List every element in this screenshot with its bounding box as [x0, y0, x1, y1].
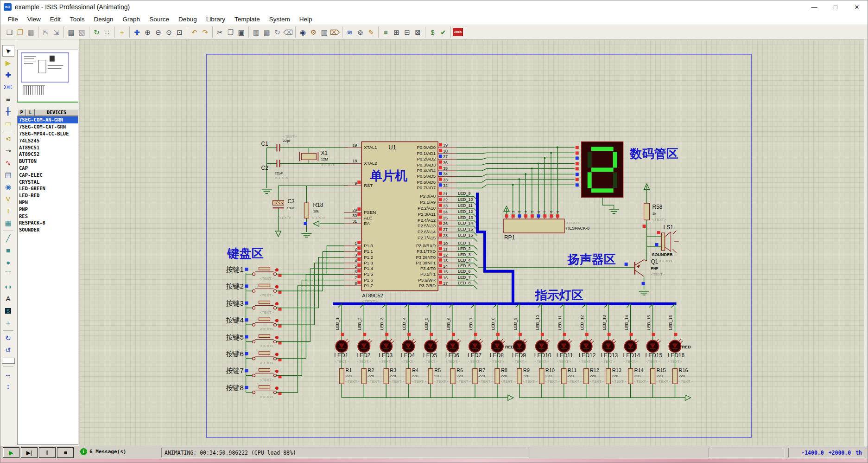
menu-file[interactable]: File: [3, 14, 23, 24]
step-button[interactable]: ▶|: [21, 447, 38, 458]
keyboard-area[interactable]: 键盘区按键1<TEXT>按键2<TEXT>按键3<TEXT>按键4<TEXT>按…: [226, 246, 344, 399]
exit-to-parent-icon[interactable]: ⊠: [412, 27, 423, 38]
new-sheet-icon[interactable]: ⊞: [391, 27, 402, 38]
menu-edit[interactable]: Edit: [45, 14, 65, 24]
mirror-vertical-icon[interactable]: ↕: [2, 380, 14, 392]
device-item[interactable]: RESPACK-8: [18, 219, 78, 226]
menu-help[interactable]: Help: [295, 14, 317, 24]
mcu-u1[interactable]: U1单片机AT89C52<TEXT>19XTAL118XTAL29RST29PS…: [344, 141, 456, 303]
decompose-icon[interactable]: ⌦: [329, 27, 340, 38]
close-button[interactable]: ✕: [846, 0, 868, 13]
device-item[interactable]: LED-GREEN: [18, 185, 78, 192]
2d-path-mode-icon[interactable]: ◖◗: [2, 281, 14, 292]
paste-icon[interactable]: ▣: [236, 27, 247, 38]
crystal-circuit[interactable]: C122pF<TEXT>C222pF<TEXT>X112M<TEXT>: [261, 135, 348, 194]
remove-sheet-icon[interactable]: ⊟: [402, 27, 412, 38]
zoom-out-icon[interactable]: ⊖: [153, 27, 164, 38]
subcircuit-mode-icon[interactable]: ▭: [2, 117, 14, 129]
save-file-icon[interactable]: ▦: [25, 27, 36, 38]
virtual-instruments-mode-icon[interactable]: ▦: [2, 217, 14, 229]
menu-library[interactable]: Library: [202, 14, 230, 24]
device-item[interactable]: RES: [18, 212, 78, 219]
current-probe-mode-icon[interactable]: I: [2, 205, 14, 217]
2d-box-mode-icon[interactable]: ■: [2, 244, 14, 256]
mark-output-area-icon[interactable]: ▧: [76, 27, 87, 38]
menu-graph[interactable]: Graph: [118, 14, 145, 24]
voltage-probe-mode-icon[interactable]: V: [2, 193, 14, 205]
pause-button[interactable]: ‖: [39, 447, 56, 458]
terminals-mode-icon[interactable]: ⊲: [2, 133, 14, 144]
device-item[interactable]: NPN: [18, 199, 78, 206]
library-button[interactable]: L: [26, 109, 35, 116]
origin-icon[interactable]: +: [117, 27, 127, 38]
device-item[interactable]: PNP: [18, 206, 78, 212]
led-array[interactable]: LED_1LED1<TEXT>R1220<TEXT>LED_2LED2<TEXT…: [334, 304, 692, 401]
packaging-tool-icon[interactable]: ▥: [319, 27, 329, 38]
component-mode-icon[interactable]: ▶: [2, 57, 14, 69]
print-icon[interactable]: ▤: [66, 27, 76, 38]
cut-icon[interactable]: ✂: [215, 27, 225, 38]
block-rotate-icon[interactable]: ↻: [272, 27, 283, 38]
copy-icon[interactable]: ❒: [225, 27, 236, 38]
pick-device-icon[interactable]: ◉: [298, 27, 308, 38]
maximize-button[interactable]: □: [825, 0, 846, 13]
block-move-icon[interactable]: ▦: [261, 27, 272, 38]
device-item[interactable]: LED-RED: [18, 192, 78, 199]
device-item[interactable]: 7SEG-COM-AN-GRN: [18, 116, 78, 123]
menu-design[interactable]: Design: [89, 14, 118, 24]
seven-seg-display[interactable]: [582, 141, 623, 213]
message-info-icon[interactable]: i: [80, 448, 87, 455]
tape-recorder-mode-icon[interactable]: ▤: [2, 169, 14, 180]
play-button[interactable]: ▶: [3, 447, 19, 458]
menu-system[interactable]: System: [265, 14, 295, 24]
device-item[interactable]: 7SEG-COM-CAT-GRN: [18, 123, 78, 130]
block-copy-icon[interactable]: ▥: [251, 27, 261, 38]
device-item[interactable]: BUTTON: [18, 158, 78, 165]
pick-devices-button[interactable]: P: [17, 109, 26, 116]
device-item[interactable]: AT89C51: [18, 144, 78, 151]
schematic-canvas[interactable]: C122pF<TEXT>C222pF<TEXT>X112M<TEXT>C310u…: [79, 39, 864, 446]
device-item[interactable]: 7SEG-MPX4-CC-BLUE: [18, 130, 78, 137]
graph-mode-icon[interactable]: ∿: [2, 157, 14, 168]
device-pins-mode-icon[interactable]: ⊸: [2, 145, 14, 156]
bill-of-materials-icon[interactable]: $: [427, 27, 438, 38]
menu-view[interactable]: View: [23, 14, 45, 24]
menu-source[interactable]: Source: [145, 14, 174, 24]
generator-mode-icon[interactable]: ◉: [2, 181, 14, 193]
redraw-icon[interactable]: ↻: [91, 27, 102, 38]
message-count[interactable]: 6 Message(s): [89, 449, 126, 455]
text-script-mode-icon[interactable]: ≡: [2, 93, 14, 105]
toggle-grid-icon[interactable]: ∷: [102, 27, 113, 38]
device-item[interactable]: CAP: [18, 165, 78, 172]
2d-symbol-mode-icon[interactable]: S: [2, 305, 14, 316]
2d-arc-mode-icon[interactable]: ⌒: [2, 269, 14, 280]
search-tag-icon[interactable]: ⊚: [355, 27, 366, 38]
selection-pointer-icon[interactable]: ➤: [2, 45, 14, 57]
device-item[interactable]: 74LS245: [18, 137, 78, 144]
electrical-rules-check-icon[interactable]: ✔: [438, 27, 449, 38]
wire-autorouter-icon[interactable]: ≋: [344, 27, 355, 38]
2d-line-mode-icon[interactable]: ╱: [2, 232, 14, 244]
respack-rp1[interactable]: 123456789RP1<TEXT>RESPACK-8: [504, 206, 589, 241]
junction-dot-mode-icon[interactable]: ✚: [2, 69, 14, 81]
device-item[interactable]: SOUNDER: [18, 226, 78, 233]
reset-circuit[interactable]: C310uF<TEXT>R1810k<TEXT>: [273, 186, 348, 237]
block-delete-icon[interactable]: ⌫: [283, 27, 293, 38]
export-section-icon[interactable]: ⇲: [51, 27, 62, 38]
import-section-icon[interactable]: ⇱: [40, 27, 51, 38]
netlist-to-ares-icon[interactable]: ARES: [453, 28, 463, 36]
rotation-angle-field[interactable]: [2, 358, 15, 364]
menu-template[interactable]: Template: [230, 14, 265, 24]
device-item[interactable]: CAP-ELEC: [18, 171, 78, 178]
design-explorer-icon[interactable]: ≡: [380, 27, 391, 38]
redo-icon[interactable]: ↷: [200, 27, 210, 38]
rotate-clockwise-icon[interactable]: ↻: [2, 332, 14, 344]
pan-icon[interactable]: ✚: [132, 27, 142, 38]
device-item[interactable]: CRYSTAL: [18, 178, 78, 185]
menu-debug[interactable]: Debug: [174, 14, 202, 24]
device-item[interactable]: AT89C52: [18, 151, 78, 158]
zoom-in-icon[interactable]: ⊕: [142, 27, 153, 38]
make-device-icon[interactable]: ⚙: [308, 27, 319, 38]
zoom-area-icon[interactable]: ⊡: [174, 27, 185, 38]
2d-circle-mode-icon[interactable]: ●: [2, 257, 14, 268]
